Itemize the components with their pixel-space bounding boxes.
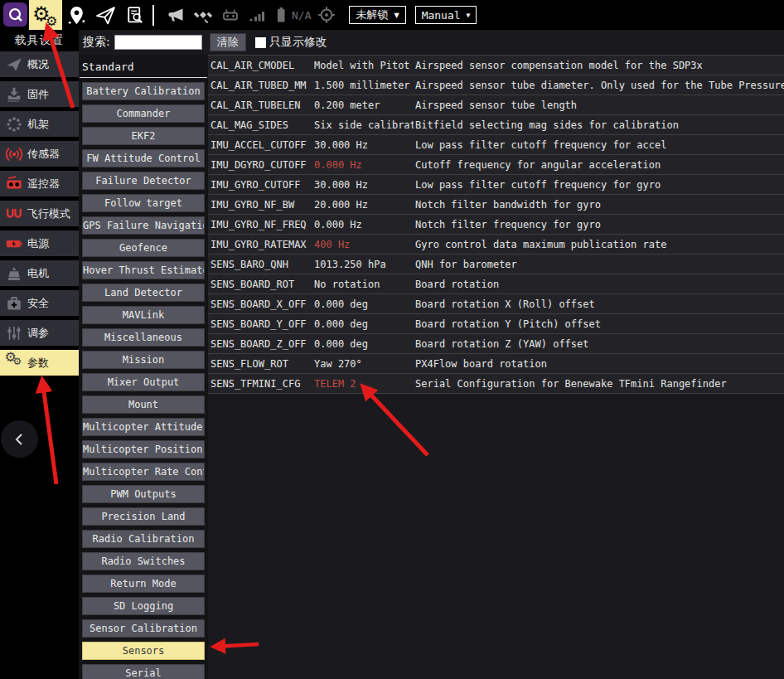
parameter-table: CAL_AIR_CMODELModel with PitotAirspeed s… [208, 55, 784, 679]
param-description: QNH for barometer [414, 259, 784, 270]
group-button-miscellaneous[interactable]: Miscellaneous [82, 328, 205, 347]
group-button-battery-calibration[interactable]: Battery Calibration [82, 82, 205, 100]
sidebar-item-label: 参数 [27, 356, 49, 371]
sidebar-item-flight-modes[interactable]: 飞行模式 [0, 201, 79, 226]
battery-indicator: N/A [271, 0, 312, 30]
sidebar-item-label: 安全 [27, 296, 49, 311]
param-row-sens_tfmini_cfg[interactable]: SENS_TFMINI_CFGTELEM 2Serial Configurati… [208, 374, 784, 394]
param-row-sens_flow_rot[interactable]: SENS_FLOW_ROTYaw 270°PX4Flow board rotat… [208, 354, 784, 374]
param-description: Board rotation Y (Pitch) offset [414, 318, 784, 330]
flight-mode-dropdown[interactable]: Manual ▼ [415, 6, 477, 24]
sidebar-item-label: 飞行模式 [27, 206, 70, 221]
group-button-mission[interactable]: Mission [82, 351, 205, 369]
group-button-serial[interactable]: Serial [82, 664, 205, 679]
gps-indicator[interactable] [189, 0, 216, 30]
group-button-radio-switches[interactable]: Radio Switches [82, 552, 205, 570]
param-value: 30.000 Hz [312, 139, 414, 151]
plan-button[interactable] [62, 0, 91, 30]
analyze-logs-button[interactable] [120, 0, 149, 30]
group-button-mount[interactable]: Mount [82, 395, 205, 414]
group-button-geofence[interactable]: Geofence [82, 239, 205, 257]
show-modified-checkbox[interactable] [255, 37, 266, 48]
param-row-cal_air_cmodel[interactable]: CAL_AIR_CMODELModel with PitotAirspeed s… [208, 56, 784, 75]
param-row-sens_board_rot[interactable]: SENS_BOARD_ROTNo rotationBoard rotation [208, 274, 784, 294]
parameters-view: 搜索: 清除 只显示修改 Standard Battery Calibratio… [80, 30, 784, 679]
chevron-left-icon [12, 431, 28, 448]
param-value: 1013.250 hPa [312, 259, 414, 270]
vehicle-setup-sidebar: 载具设置 概况固件机架传感器遥控器飞行模式电源电机安全调参⚙⚙参数 [0, 30, 79, 679]
sidebar-item-summary-plane[interactable]: 概况 [0, 51, 79, 77]
messages-indicator[interactable] [162, 0, 189, 30]
param-row-cal_air_tubed_mm[interactable]: CAL_AIR_TUBED_MM1.500 millimeterAirspeed… [208, 75, 784, 95]
sidebar-item-motors[interactable]: 电机 [0, 260, 79, 286]
group-button-fw-attitude-control[interactable]: FW Attitude Control [82, 149, 205, 167]
sidebar-item-sensors-signal[interactable]: 传感器 [0, 141, 79, 167]
sidebar-item-safety[interactable]: 安全 [0, 290, 79, 316]
param-row-cal_mag_sides[interactable]: CAL_MAG_SIDESSix side calibrationBitfiel… [208, 115, 784, 135]
sidebar-item-label: 机架 [27, 117, 49, 132]
group-button-precision-land[interactable]: Precision Land [82, 507, 205, 526]
param-value: 0.000 deg [312, 318, 414, 330]
group-button-gps-failure-navigation[interactable]: GPS Failure Navigation [82, 216, 205, 235]
group-button-follow-target[interactable]: Follow target [82, 194, 205, 212]
gps-lock-indicator [312, 0, 340, 30]
group-button-commander[interactable]: Commander [82, 104, 205, 123]
group-button-mavlink[interactable]: MAVLink [82, 306, 205, 324]
param-name: IMU_DGYRO_CUTOFF [208, 159, 312, 171]
flight-mode-text: Manual [422, 9, 461, 22]
param-name: CAL_MAG_SIDES [208, 119, 312, 131]
group-button-sensors[interactable]: Sensors [82, 642, 205, 660]
group-button-radio-calibration[interactable]: Radio Calibration [82, 530, 205, 548]
group-button-multicopter-attitude-control[interactable]: Multicopter Attitude Control [82, 418, 205, 436]
group-button-mixer-output[interactable]: Mixer Output [82, 373, 205, 391]
param-row-cal_air_tubelen[interactable]: CAL_AIR_TUBELEN0.200 meterAirspeed senso… [208, 95, 784, 115]
param-name: SENS_BOARD_X_OFF [208, 298, 312, 310]
group-button-multicopter-rate-control[interactable]: Multicopter Rate Control [82, 463, 205, 481]
group-button-ekf2[interactable]: EKF2 [82, 127, 205, 145]
group-button-land-detector[interactable]: Land Detector [82, 284, 205, 302]
sidebar-item-radio[interactable]: 遥控器 [0, 171, 79, 196]
param-row-sens_board_y_off[interactable]: SENS_BOARD_Y_OFF0.000 degBoard rotation … [208, 314, 784, 334]
search-input[interactable] [114, 35, 202, 50]
param-row-imu_gyro_nf_bw[interactable]: IMU_GYRO_NF_BW20.000 HzNotch filter band… [208, 195, 784, 215]
show-modified-label: 只显示修改 [269, 35, 327, 50]
rc-controller-icon [220, 5, 240, 25]
arm-status-dropdown[interactable]: 未解锁 ▼ [349, 6, 405, 24]
group-button-sensor-calibration[interactable]: Sensor Calibration [82, 619, 205, 638]
sidebar-item-power-battery[interactable]: 电源 [0, 230, 79, 256]
qgc-logo-icon[interactable] [3, 2, 27, 27]
fly-button[interactable] [91, 0, 120, 30]
parameter-search-bar: 搜索: 清除 只显示修改 [80, 30, 784, 55]
param-row-imu_gyro_cutoff[interactable]: IMU_GYRO_CUTOFF30.000 HzLow pass filter … [208, 175, 784, 195]
param-row-imu_dgyro_cutoff[interactable]: IMU_DGYRO_CUTOFF0.000 HzCutoff frequency… [208, 155, 784, 175]
param-row-sens_board_x_off[interactable]: SENS_BOARD_X_OFF0.000 degBoard rotation … [208, 294, 784, 314]
param-description: Low pass filter cutoff frequency for gyr… [414, 179, 784, 191]
group-button-sd-logging[interactable]: SD Logging [82, 597, 205, 615]
param-name: IMU_GYRO_CUTOFF [208, 179, 312, 191]
vehicle-setup-gear-button[interactable]: ⚙⚙ [29, 0, 62, 30]
sidebar-item-tuning-sliders[interactable]: 调参 [0, 320, 79, 346]
sidebar-item-label: 传感器 [27, 147, 60, 162]
search-label: 搜索: [83, 35, 110, 50]
group-button-return-mode[interactable]: Return Mode [82, 575, 205, 593]
clear-search-button[interactable]: 清除 [210, 33, 246, 51]
sidebar-item-airframe[interactable]: 机架 [0, 111, 79, 137]
param-value: 400 Hz [312, 239, 414, 250]
param-row-imu_accel_cutoff[interactable]: IMU_ACCEL_CUTOFF30.000 HzLow pass filter… [208, 135, 784, 155]
collapse-sidebar-button[interactable] [1, 420, 38, 458]
param-row-sens_baro_qnh[interactable]: SENS_BARO_QNH1013.250 hPaQNH for baromet… [208, 255, 784, 274]
param-row-sens_board_z_off[interactable]: SENS_BOARD_Z_OFF0.000 degBoard rotation … [208, 334, 784, 354]
param-row-imu_gyro_ratemax[interactable]: IMU_GYRO_RATEMAX400 HzGyro control data … [208, 235, 784, 255]
group-button-hover-thrust-estimator[interactable]: Hover Thrust Estimator [82, 261, 205, 279]
group-button-multicopter-position-control[interactable]: Multicopter Position Control [82, 440, 205, 458]
group-button-pwm-outputs[interactable]: PWM Outputs [82, 485, 205, 503]
param-value: 1.500 millimeter [312, 80, 414, 91]
param-value: 30.000 Hz [312, 179, 414, 191]
param-value: 0.000 deg [312, 338, 414, 350]
sidebar-item-parameters-gears[interactable]: ⚙⚙参数 [0, 350, 79, 376]
param-name: CAL_AIR_TUBELEN [208, 99, 312, 111]
group-button-failure-detector[interactable]: Failure Detector [82, 172, 205, 190]
sidebar-item-firmware-download[interactable]: 固件 [0, 81, 79, 107]
param-row-imu_gyro_nf_freq[interactable]: IMU_GYRO_NF_FREQ0.000 HzNotch filter fre… [208, 215, 784, 235]
param-name: SENS_BOARD_ROT [208, 279, 312, 290]
